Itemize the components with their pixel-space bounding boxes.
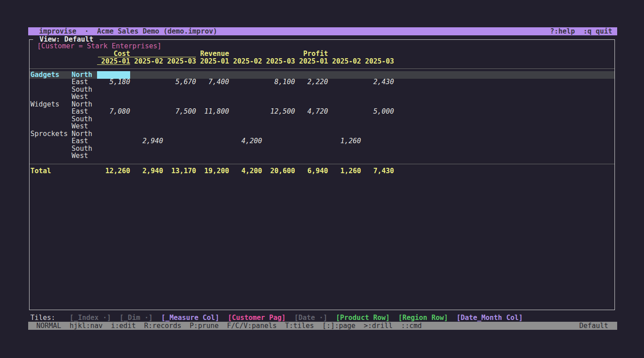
value-cell[interactable] [229,101,262,108]
value-cell[interactable] [229,123,262,130]
value-cell[interactable] [130,152,163,160]
value-cell[interactable] [229,78,262,86]
month-column-header[interactable]: 2025-02 [229,58,262,65]
value-cell[interactable] [196,152,229,160]
value-cell[interactable] [163,101,196,108]
value-cell[interactable] [328,130,361,138]
month-column-header[interactable]: 2025-03 [361,58,394,65]
tile-item[interactable]: [Customer Pag] [228,314,286,322]
value-cell[interactable]: 4,720 [295,108,328,115]
value-cell[interactable] [328,108,361,115]
table-row[interactable]: GadgetsNorth [30,71,614,79]
value-cell[interactable] [163,93,196,101]
month-column-header[interactable]: 2025-01 [196,58,229,65]
value-cell[interactable] [163,115,196,123]
value-cell[interactable]: 5,180 [97,78,130,86]
value-cell[interactable]: 12,500 [262,108,295,115]
value-cell[interactable] [262,152,295,160]
value-cell[interactable] [130,93,163,101]
value-cell[interactable] [97,101,130,108]
value-cell[interactable]: 7,080 [97,108,130,115]
value-cell[interactable] [163,71,196,79]
table-row[interactable]: South [30,86,614,94]
table-row[interactable]: West [30,123,614,130]
value-cell[interactable]: 7,500 [163,108,196,115]
value-cell[interactable] [97,137,130,145]
value-cell[interactable] [196,123,229,130]
table-row[interactable]: South [30,115,614,123]
value-cell[interactable] [229,145,262,153]
value-cell[interactable] [130,130,163,138]
month-column-header[interactable]: 2025-02 [328,58,361,65]
value-cell[interactable] [295,86,328,94]
tile-item[interactable]: [_Index ·] [70,314,111,322]
value-cell[interactable] [361,115,394,123]
table-row[interactable]: WidgetsNorth [30,101,614,108]
value-cell[interactable] [328,115,361,123]
value-cell[interactable]: 2,220 [295,78,328,86]
month-column-header[interactable]: 2025-01 [97,58,130,65]
value-cell[interactable] [361,123,394,130]
value-cell[interactable] [262,93,295,101]
value-cell[interactable] [262,101,295,108]
value-cell[interactable] [295,93,328,101]
value-cell[interactable] [295,130,328,138]
value-cell[interactable] [229,108,262,115]
value-cell[interactable] [295,123,328,130]
value-cell[interactable] [97,115,130,123]
value-cell[interactable] [295,152,328,160]
value-cell[interactable] [229,93,262,101]
value-cell[interactable] [196,93,229,101]
table-row[interactable]: West [30,93,614,101]
value-cell[interactable] [196,145,229,153]
value-cell[interactable] [361,86,394,94]
value-cell[interactable] [97,130,130,138]
value-cell[interactable] [130,115,163,123]
value-cell[interactable] [295,71,328,79]
value-cell[interactable] [229,152,262,160]
value-cell[interactable] [262,145,295,153]
value-cell[interactable] [295,101,328,108]
cursor-cell[interactable] [97,71,130,79]
value-cell[interactable]: 5,670 [163,78,196,86]
tile-item[interactable]: [_Measure Col] [161,314,219,322]
customer-filter-chip[interactable]: [Customer = Stark Enterprises] [37,43,161,50]
tile-item[interactable]: [Region Row] [398,314,448,322]
tile-item[interactable]: [Date ·] [294,314,327,322]
value-cell[interactable] [328,93,361,101]
measure-header[interactable]: Profit [295,50,328,58]
value-cell[interactable] [130,86,163,94]
value-cell[interactable]: 8,100 [262,78,295,86]
value-cell[interactable]: 5,000 [361,108,394,115]
value-cell[interactable] [196,101,229,108]
value-cell[interactable] [163,145,196,153]
value-cell[interactable] [97,145,130,153]
table-row[interactable]: East7,0807,50011,80012,5004,7205,000 [30,108,614,115]
value-cell[interactable] [163,152,196,160]
value-cell[interactable] [229,130,262,138]
value-cell[interactable] [262,137,295,145]
table-row[interactable]: West [30,152,614,160]
value-cell[interactable] [361,130,394,138]
value-cell[interactable] [361,152,394,160]
value-cell[interactable] [196,130,229,138]
value-cell[interactable] [361,71,394,79]
value-cell[interactable] [262,115,295,123]
tile-item[interactable]: [Date_Month Col] [457,314,523,322]
value-cell[interactable] [328,152,361,160]
value-cell[interactable] [262,71,295,79]
month-column-header[interactable]: 2025-02 [130,58,163,65]
value-cell[interactable]: 2,940 [130,137,163,145]
value-cell[interactable] [361,93,394,101]
value-cell[interactable]: 4,200 [229,137,262,145]
value-cell[interactable] [328,145,361,153]
value-cell[interactable] [328,86,361,94]
value-cell[interactable] [196,137,229,145]
tile-item[interactable]: [Product Row] [336,314,390,322]
tile-item[interactable]: [_Dim ·] [119,314,153,322]
month-column-header[interactable]: 2025-01 [295,58,328,65]
value-cell[interactable] [295,137,328,145]
value-cell[interactable] [328,101,361,108]
value-cell[interactable] [229,71,262,79]
value-cell[interactable] [361,145,394,153]
